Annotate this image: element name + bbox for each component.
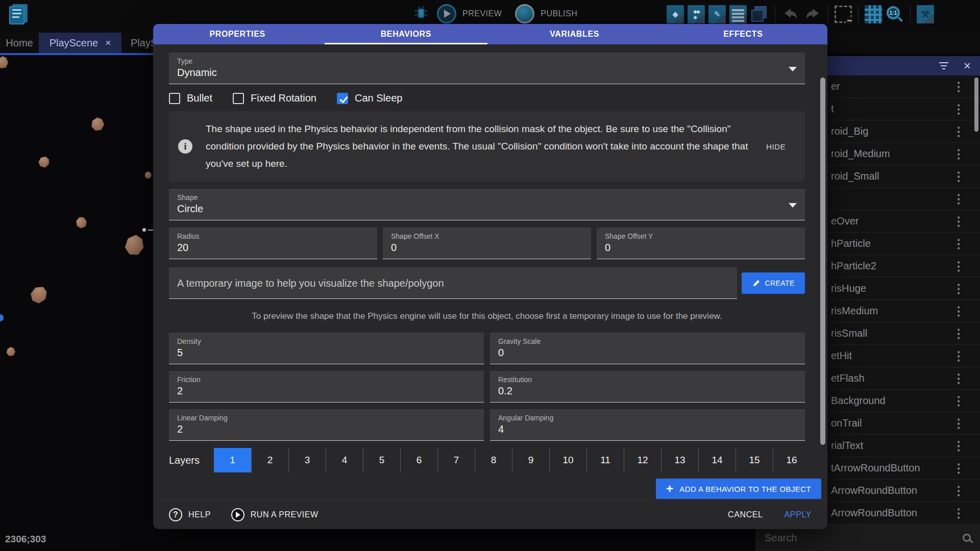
layer-chip[interactable]: 9 (512, 448, 549, 472)
layer-chip[interactable]: 4 (326, 448, 363, 472)
asteroid-sprite[interactable] (6, 347, 15, 356)
temp-image-input[interactable] (177, 278, 729, 289)
layer-chip[interactable]: 14 (698, 448, 736, 472)
tab-playscene[interactable]: PlayScene × (39, 33, 121, 53)
layer-chip[interactable]: 3 (288, 448, 326, 472)
kebab-menu-icon[interactable]: ⋮ (952, 507, 965, 519)
radius-input[interactable] (177, 242, 359, 254)
dialog-scrollbar-thumb[interactable] (820, 78, 825, 445)
checkbox[interactable]: Fixed Rotation (233, 92, 316, 104)
help-button[interactable]: ? HELP (169, 508, 211, 521)
kebab-menu-icon[interactable]: ⋮ (952, 103, 965, 115)
undo-icon[interactable] (781, 5, 800, 23)
restitution-field[interactable]: Restitution (490, 371, 805, 403)
friction-input[interactable] (177, 385, 461, 397)
friction-field[interactable]: Friction (169, 371, 484, 403)
kebab-menu-icon[interactable]: ⋮ (952, 350, 965, 362)
layer-chip[interactable]: 6 (400, 448, 437, 472)
checkbox[interactable]: Can Sleep (337, 92, 402, 104)
edit-scene-icon[interactable]: ✎ (708, 5, 726, 23)
preview-button[interactable]: PREVIEW (462, 9, 502, 18)
shape-offset-y-field[interactable]: Shape Offset Y (597, 228, 805, 259)
linear-damping-field[interactable]: Linear Damping (169, 409, 484, 441)
asteroid-sprite[interactable] (144, 171, 152, 179)
preview-play-icon[interactable] (437, 4, 456, 23)
search-input[interactable] (765, 532, 963, 544)
layer-chip[interactable]: 11 (586, 448, 624, 472)
layer-chip[interactable]: 13 (661, 448, 698, 472)
layer-chip[interactable]: 5 (363, 448, 400, 472)
create-button[interactable]: CREATE (742, 272, 805, 294)
angular-damping-input[interactable] (498, 423, 782, 435)
add-behavior-button[interactable]: + ADD A BEHAVIOR TO THE OBJECT (656, 479, 821, 499)
hide-button[interactable]: HIDE (766, 142, 786, 151)
cancel-button[interactable]: CANCEL (728, 510, 763, 519)
layer-chip[interactable]: 2 (251, 448, 288, 472)
kebab-menu-icon[interactable]: ⋮ (952, 215, 965, 228)
dialog-tab[interactable]: BEHAVIORS (322, 24, 490, 44)
gravity-scale-field[interactable]: Gravity Scale (490, 333, 805, 364)
asteroid-sprite[interactable] (91, 117, 104, 131)
kebab-menu-icon[interactable]: ⋮ (952, 148, 965, 160)
kebab-menu-icon[interactable]: ⋮ (952, 260, 965, 272)
run-preview-button[interactable]: RUN A PREVIEW (231, 508, 318, 521)
asteroid-sprite[interactable] (75, 216, 88, 230)
restitution-input[interactable] (498, 385, 782, 397)
kebab-menu-icon[interactable]: ⋮ (952, 283, 965, 295)
kebab-menu-icon[interactable]: ⋮ (952, 417, 965, 430)
temp-image-field[interactable] (169, 267, 737, 299)
linear-damping-input[interactable] (177, 423, 461, 435)
layer-chip[interactable]: 16 (773, 448, 810, 472)
properties-list-icon[interactable] (729, 5, 747, 23)
tab-home[interactable]: Home (0, 33, 39, 53)
publish-globe-icon[interactable] (515, 4, 534, 23)
checkbox[interactable]: Bullet (169, 92, 212, 104)
project-manager-icon[interactable] (8, 3, 31, 26)
kebab-menu-icon[interactable]: ⋮ (952, 238, 965, 250)
density-field[interactable]: Density (169, 333, 484, 364)
debugger-icon[interactable] (414, 6, 428, 21)
kebab-menu-icon[interactable]: ⋮ (952, 462, 965, 474)
objects-scrollbar-thumb[interactable] (974, 78, 978, 132)
layer-chip[interactable]: 10 (549, 448, 586, 472)
kebab-menu-icon[interactable]: ⋮ (952, 81, 965, 93)
shape-offset-x-input[interactable] (391, 242, 573, 254)
selection-point[interactable] (0, 314, 4, 321)
kebab-menu-icon[interactable]: ⋮ (952, 372, 965, 385)
asteroid-sprite[interactable] (37, 155, 51, 169)
gravity-scale-input[interactable] (498, 347, 782, 359)
asteroid-sprite[interactable] (123, 233, 145, 257)
kebab-menu-icon[interactable]: ⋮ (952, 485, 965, 497)
shape-offset-x-field[interactable]: Shape Offset X (383, 228, 591, 259)
layer-chip[interactable]: 1 (214, 448, 251, 472)
shape-select[interactable]: Shape Circle (169, 189, 805, 220)
grid-icon[interactable] (865, 5, 882, 23)
asteroid-sprite[interactable] (28, 283, 51, 306)
kebab-menu-icon[interactable]: ⋮ (952, 126, 965, 138)
kebab-menu-icon[interactable]: ⋮ (952, 305, 965, 317)
apply-button[interactable]: APPLY (785, 510, 812, 519)
publish-button[interactable]: PUBLISH (541, 9, 577, 18)
radius-field[interactable]: Radius (169, 228, 377, 259)
type-select[interactable]: Type Dynamic (169, 53, 805, 84)
kebab-menu-icon[interactable]: ⋮ (952, 193, 965, 205)
layer-chip[interactable]: 12 (624, 448, 661, 472)
dialog-tab[interactable]: PROPERTIES (153, 24, 322, 44)
angular-damping-field[interactable]: Angular Damping (490, 409, 805, 441)
redo-icon[interactable] (803, 5, 822, 23)
kebab-menu-icon[interactable]: ⋮ (952, 395, 965, 407)
layers-panel-icon[interactable] (750, 5, 769, 23)
origin-handle-dot[interactable] (142, 228, 146, 232)
kebab-menu-icon[interactable]: ⋮ (952, 440, 965, 452)
layer-chip[interactable]: 7 (437, 448, 475, 472)
zoom-1-1-icon[interactable]: 1:1 (886, 5, 904, 23)
dialog-tab[interactable]: EFFECTS (659, 24, 827, 44)
asteroid-sprite[interactable] (0, 56, 8, 68)
tools-icon[interactable]: ⚒ (917, 5, 934, 23)
kebab-menu-icon[interactable]: ⋮ (952, 328, 965, 340)
shape-offset-y-input[interactable] (605, 242, 787, 254)
object-groups-icon[interactable]: ◆◆◆ (688, 5, 705, 23)
density-input[interactable] (177, 347, 461, 359)
kebab-menu-icon[interactable]: ⋮ (952, 170, 965, 183)
layer-chip[interactable]: 8 (475, 448, 512, 472)
